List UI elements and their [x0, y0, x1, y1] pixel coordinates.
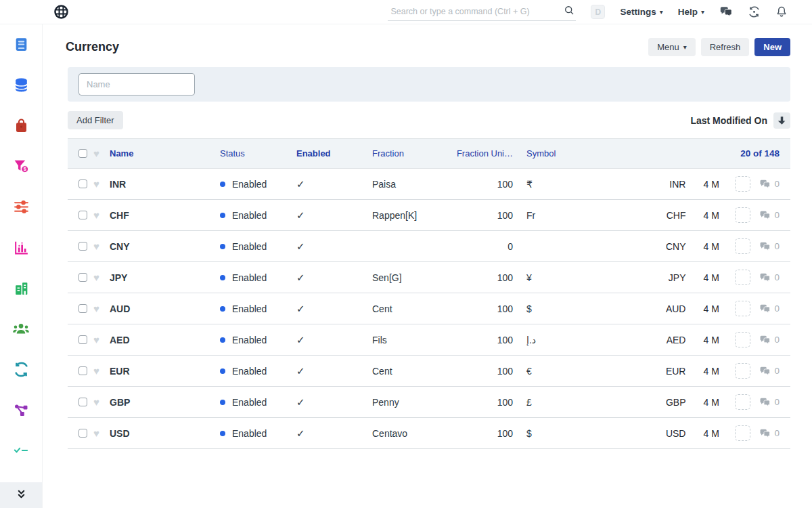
row-id[interactable]: CNY [638, 241, 685, 252]
assign-to-placeholder[interactable] [735, 394, 750, 410]
sync-icon[interactable] [12, 360, 30, 378]
refresh-button[interactable]: Refresh [701, 38, 750, 56]
assign-to-placeholder[interactable] [735, 176, 750, 192]
name-filter-input[interactable] [78, 73, 195, 96]
status-label: Enabled [232, 397, 267, 408]
currency-name-link[interactable]: AED [110, 335, 220, 345]
comment-count-value: 0 [774, 210, 780, 220]
result-count[interactable]: 20 of 148 [740, 148, 780, 158]
assign-to-placeholder[interactable] [735, 363, 750, 379]
currency-name-link[interactable]: AUD [110, 303, 220, 314]
heart-icon[interactable]: ♥ [93, 366, 110, 376]
table-row: ♥ AED Enabled ✓ Fils 100 د.إ AED 4 M 0 [68, 324, 790, 356]
comment-count[interactable]: 0 [759, 428, 780, 438]
row-checkbox[interactable] [78, 179, 87, 188]
buildings-icon[interactable] [12, 279, 30, 297]
heart-icon[interactable]: ♥ [93, 335, 110, 345]
comment-count[interactable]: 0 [759, 210, 780, 220]
database-icon[interactable] [12, 76, 30, 93]
app-logo-icon[interactable] [54, 5, 68, 19]
currency-name-link[interactable]: CNY [110, 241, 220, 252]
row-id[interactable]: EUR [638, 366, 685, 377]
heart-icon[interactable]: ♥ [93, 397, 110, 407]
settings-menu[interactable]: Settings ▾ [620, 7, 662, 17]
row-checkbox[interactable] [78, 273, 87, 282]
enabled-check-icon: ✓ [296, 178, 372, 190]
comment-count-value: 0 [774, 366, 780, 376]
comment-count[interactable]: 0 [759, 397, 780, 407]
bar-chart-icon[interactable] [12, 238, 30, 256]
assign-to-placeholder[interactable] [735, 332, 750, 347]
currency-name-link[interactable]: CHF [110, 210, 220, 221]
row-checkbox[interactable] [78, 429, 87, 438]
currency-name-link[interactable]: GBP [110, 397, 220, 408]
shopping-bag-icon[interactable] [12, 117, 30, 134]
sidebar-expand-button[interactable] [0, 482, 42, 508]
status-label: Enabled [232, 210, 267, 221]
search-input[interactable] [389, 6, 564, 17]
column-name: Name [110, 148, 220, 158]
comment-count[interactable]: 0 [759, 335, 780, 345]
row-checkbox[interactable] [78, 304, 87, 313]
sliders-icon[interactable] [12, 198, 30, 215]
row-checkbox[interactable] [78, 211, 87, 219]
help-menu[interactable]: Help ▾ [678, 7, 704, 17]
sort-field-label[interactable]: Last Modified On [690, 115, 767, 126]
row-id[interactable]: GBP [638, 397, 685, 408]
chat-icon[interactable] [719, 6, 733, 18]
sort-direction-button[interactable] [773, 112, 790, 129]
assign-to-placeholder[interactable] [735, 270, 750, 285]
currency-name-link[interactable]: USD [110, 428, 220, 439]
heart-icon[interactable]: ♥ [93, 428, 110, 438]
assign-to-placeholder[interactable] [735, 238, 750, 254]
row-id[interactable]: USD [638, 428, 685, 439]
heart-icon[interactable]: ♥ [93, 179, 110, 189]
row-checkbox[interactable] [78, 398, 87, 406]
checklist-icon[interactable] [12, 442, 30, 459]
column-fraction-units: Fraction Uni… [448, 148, 513, 158]
currency-name-link[interactable]: JPY [110, 272, 220, 283]
fraction-value: Sen[G] [372, 272, 448, 283]
user-avatar[interactable]: D [591, 5, 605, 19]
heart-icon[interactable]: ♥ [93, 241, 110, 251]
row-id[interactable]: CHF [638, 210, 685, 221]
select-all-checkbox[interactable] [78, 149, 87, 158]
new-button[interactable]: New [754, 38, 790, 56]
comment-count-value: 0 [774, 179, 780, 189]
share-nodes-icon[interactable] [12, 401, 30, 419]
row-checkbox[interactable] [78, 242, 87, 251]
heart-icon[interactable]: ♥ [93, 272, 110, 282]
currency-name-link[interactable]: INR [110, 179, 220, 190]
comment-count[interactable]: 0 [759, 303, 780, 314]
assign-to-placeholder[interactable] [735, 207, 750, 223]
row-checkbox[interactable] [78, 366, 87, 375]
notifications-bell-icon[interactable] [775, 5, 788, 18]
users-icon[interactable] [12, 320, 30, 337]
sync-status-icon[interactable] [748, 5, 761, 18]
funnel-dollar-icon[interactable]: $ [12, 157, 30, 175]
comment-count[interactable]: 0 [759, 366, 780, 376]
heart-icon[interactable]: ♥ [93, 148, 110, 158]
row-checkbox[interactable] [78, 335, 87, 344]
row-id[interactable]: INR [638, 179, 685, 190]
book-icon[interactable] [12, 35, 30, 53]
assign-to-placeholder[interactable] [735, 425, 750, 441]
assign-to-placeholder[interactable] [735, 301, 750, 316]
row-id[interactable]: AUD [638, 303, 685, 314]
comment-count[interactable]: 0 [759, 272, 780, 282]
heart-icon[interactable]: ♥ [93, 210, 110, 220]
status-dot-icon [220, 213, 225, 218]
menu-button[interactable]: Menu ▾ [648, 38, 696, 56]
comment-count[interactable]: 0 [759, 179, 780, 189]
page-title: Currency [66, 40, 119, 54]
currency-name-link[interactable]: EUR [110, 366, 220, 377]
comment-count[interactable]: 0 [759, 241, 780, 251]
list-header-row: ♥ Name Status Enabled Fraction Fraction … [68, 138, 790, 169]
chevron-down-icon: ▾ [683, 43, 687, 51]
row-id[interactable]: JPY [638, 272, 685, 283]
fraction-value: Cent [372, 303, 448, 314]
search-icon[interactable] [564, 5, 574, 18]
heart-icon[interactable]: ♥ [93, 303, 110, 314]
row-id[interactable]: AED [638, 335, 685, 345]
add-filter-button[interactable]: Add Filter [68, 111, 123, 129]
